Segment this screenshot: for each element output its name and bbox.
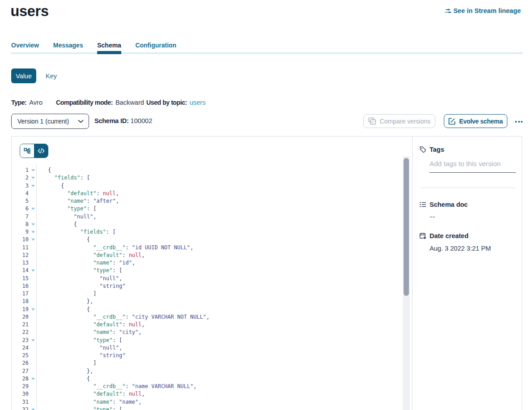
code-text: "type": [ (37, 205, 96, 213)
code-text: { (37, 306, 90, 313)
version-select[interactable]: Version 1 (current) (11, 114, 89, 129)
tab-key[interactable]: Key (40, 68, 62, 83)
more-actions-button[interactable] (515, 119, 523, 125)
code-text: "null", (37, 213, 96, 221)
code-text: { (37, 375, 90, 383)
tab-configuration[interactable]: Configuration (135, 42, 176, 54)
line-number: 22 (12, 329, 29, 336)
editor-scrollbar[interactable] (403, 156, 410, 410)
date-created-label: Date created (430, 232, 468, 239)
code-line: 6 "type": [ (12, 205, 403, 213)
fold-toggle[interactable] (30, 174, 37, 182)
date-created-value: Aug. 3 2022 3:21 PM (430, 245, 516, 252)
code-view-button[interactable] (34, 144, 48, 158)
fold-spacer (30, 213, 37, 221)
code-line: 31 "name": "name", (12, 398, 403, 406)
code-text: { (37, 167, 51, 174)
line-number: 21 (12, 321, 29, 329)
code-text: }, (37, 367, 93, 375)
fold-toggle[interactable] (30, 236, 37, 243)
line-number: 19 (12, 306, 29, 313)
schema-code-editor[interactable]: 1{2 "fields": [3 {4 "default": null,5 "n… (12, 156, 403, 410)
stream-lineage-link[interactable]: See in Stream lineage (445, 7, 521, 14)
line-number: 12 (12, 252, 29, 259)
calendar-plus-icon (419, 232, 426, 239)
code-line: 8 { (12, 221, 403, 228)
topic-label: Used by topic: (146, 99, 187, 106)
code-line: 17 ] (12, 290, 403, 298)
view-mode-toggle (20, 144, 48, 158)
tree-view-button[interactable] (20, 144, 34, 158)
compat-label: Compatibility mode: (56, 99, 113, 106)
fold-spacer (30, 298, 37, 305)
fold-toggle[interactable] (30, 306, 37, 313)
code-text: "default": null, (37, 252, 145, 259)
line-number: 13 (12, 259, 29, 267)
editor-scrollbar-thumb[interactable] (404, 158, 409, 296)
line-number: 14 (12, 267, 29, 274)
fold-toggle[interactable] (30, 406, 37, 410)
schema-id: Schema ID: 100002 (94, 117, 152, 124)
code-line: 10 { (12, 236, 403, 243)
schema-doc-value: -- (430, 212, 516, 222)
code-line: 30 "default": null, (12, 390, 403, 398)
fold-toggle[interactable] (30, 221, 37, 228)
dot (515, 121, 517, 123)
line-number: 16 (12, 282, 29, 290)
line-number: 31 (12, 398, 29, 406)
type-label: Type: (11, 99, 26, 106)
fold-toggle[interactable] (30, 182, 37, 190)
add-tags-input[interactable] (430, 160, 516, 173)
compare-versions-icon (368, 117, 376, 125)
schema-doc-label: Schema doc (430, 201, 468, 208)
schema-doc-heading: Schema doc (419, 201, 516, 208)
code-line: 12 "default": null, (12, 252, 403, 259)
code-line: 9 "fields": [ (12, 228, 403, 236)
code-text: "name": "id", (37, 259, 135, 267)
code-text: "type": [ (37, 406, 122, 410)
fold-toggle[interactable] (30, 228, 37, 236)
line-number: 7 (12, 213, 29, 221)
code-text: }, (37, 298, 93, 305)
fold-spacer (30, 390, 37, 398)
fold-toggle[interactable] (30, 267, 37, 274)
fold-toggle[interactable] (30, 167, 37, 174)
code-text: ] (37, 290, 96, 298)
chevron-down-icon (78, 120, 84, 123)
code-line: 16 "string" (12, 282, 403, 290)
code-text: "default": null, (37, 321, 145, 329)
code-line: 18 }, (12, 298, 403, 305)
fold-spacer (30, 275, 37, 282)
code-text: "__crdb__": "name VARCHAR NULL", (37, 383, 196, 390)
tab-schema[interactable]: Schema (97, 42, 121, 54)
compare-versions-button[interactable]: Compare versions (363, 114, 435, 128)
code-text: "__crdb__": "id UUID NOT NULL", (37, 244, 193, 252)
fold-toggle[interactable] (30, 337, 37, 344)
evolve-schema-icon (448, 118, 455, 125)
tab-value[interactable]: Value (11, 68, 36, 83)
code-text: "null", (37, 275, 122, 282)
tab-overview[interactable]: Overview (11, 42, 39, 54)
line-number: 18 (12, 298, 29, 305)
tags-label: Tags (430, 146, 444, 153)
fold-toggle[interactable] (30, 375, 37, 383)
code-line: 23 "type": [ (12, 337, 403, 344)
line-number: 23 (12, 337, 29, 344)
fold-spacer (30, 367, 37, 375)
line-number: 30 (12, 390, 29, 398)
tab-messages[interactable]: Messages (53, 42, 83, 54)
line-number: 2 (12, 174, 29, 182)
fold-spacer (30, 344, 37, 352)
code-text: "fields": [ (37, 174, 90, 182)
fold-spacer (30, 383, 37, 390)
code-line: 29 "__crdb__": "name VARCHAR NULL", (12, 383, 403, 390)
line-number: 5 (12, 197, 29, 205)
code-line: 32 "type": [ (12, 406, 403, 410)
evolve-schema-button[interactable]: Evolve schema (444, 114, 507, 128)
code-text: "default": null, (37, 190, 119, 197)
code-line: 14 "type": [ (12, 267, 403, 274)
value-key-toggle: Value Key (11, 68, 62, 83)
fold-spacer (30, 290, 37, 298)
topic-link[interactable]: users (190, 99, 206, 106)
fold-toggle[interactable] (30, 205, 37, 213)
